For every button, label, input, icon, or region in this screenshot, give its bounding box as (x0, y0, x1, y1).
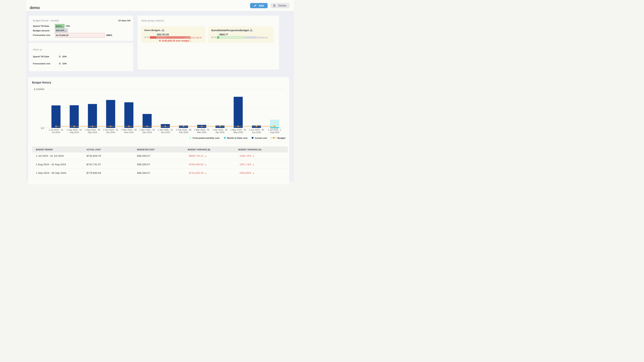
svg-text:Jun 2025: Jun 2025 (252, 131, 261, 134)
svg-text:Feb 2025: Feb 2025 (179, 131, 188, 134)
svg-text:Budget: Budget (278, 137, 286, 139)
svg-text:May 2025: May 2025 (234, 131, 243, 134)
svg-text:Jul 2024: Jul 2024 (52, 131, 60, 134)
svg-text:Oct 2024: Oct 2024 (106, 131, 115, 134)
svg-text:1 Oct 2024 - 31: 1 Oct 2024 - 31 (103, 129, 118, 131)
svg-text:Aug 2025: Aug 2025 (270, 131, 280, 134)
svg-text:Apr 2025: Apr 2025 (216, 131, 224, 134)
svg-text:Mar 2025: Mar 2025 (197, 131, 206, 134)
svg-text:Jan 2025: Jan 2025 (161, 131, 170, 134)
svg-text:$ 1200000: $ 1200000 (34, 88, 44, 90)
svg-text:1 Mar 2025 - 31: 1 Mar 2025 - 31 (194, 129, 210, 131)
svg-text:1 Apr 2025 - 30: 1 Apr 2025 - 30 (212, 129, 228, 131)
svg-text:1 Dec 2024 - 31: 1 Dec 2024 - 31 (139, 129, 155, 131)
svg-text:1 Nov 2024 - 30: 1 Nov 2024 - 30 (121, 129, 137, 131)
svg-text:$ 0: $ 0 (41, 127, 44, 129)
svg-text:Aug 2024: Aug 2024 (70, 131, 79, 134)
svg-text:Month to Date cost: Month to Date cost (227, 137, 248, 139)
svg-text:1 May 2025 - 31: 1 May 2025 - 31 (230, 129, 246, 131)
svg-text:Actual cost: Actual cost (255, 137, 267, 139)
svg-text:1 Sep 2024 - 30: 1 Sep 2024 - 30 (85, 129, 100, 131)
svg-text:1 Feb 2025 - 28: 1 Feb 2025 - 28 (176, 129, 191, 131)
svg-text:Forecasted monthly cost: Forecasted monthly cost (193, 137, 220, 139)
svg-text:1 Jun 2025 - 30: 1 Jun 2025 - 30 (249, 129, 264, 131)
svg-text:1 Aug 2024 - 31: 1 Aug 2024 - 31 (66, 129, 82, 131)
svg-text:Nov 2024: Nov 2024 (124, 131, 134, 134)
svg-text:1 Jul 2025 - 1: 1 Jul 2025 - 1 (268, 129, 281, 131)
svg-text:1 Jul 2024 - 31: 1 Jul 2024 - 31 (49, 129, 63, 131)
svg-text:Sep 2024: Sep 2024 (88, 131, 97, 134)
svg-text:1 Jan 2025 - 31: 1 Jan 2025 - 31 (158, 129, 173, 131)
svg-text:Dec 2024: Dec 2024 (142, 131, 152, 134)
